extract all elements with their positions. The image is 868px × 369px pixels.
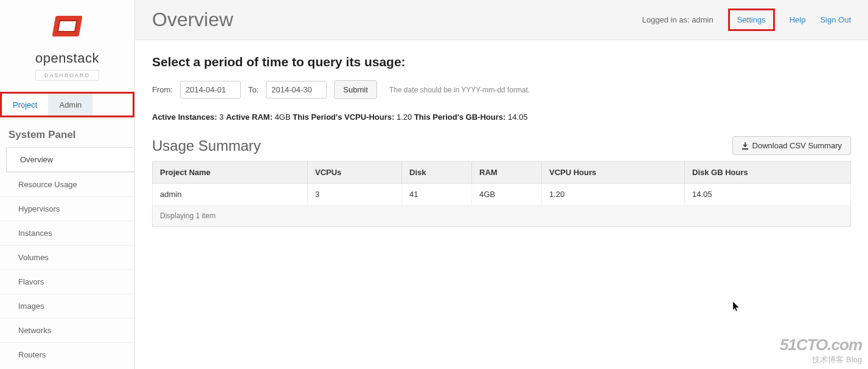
openstack-logo-icon <box>49 11 86 43</box>
vcpu-hours-value: 1.20 <box>397 112 412 122</box>
from-date-input[interactable] <box>180 81 241 98</box>
gb-hours-label: This Period's GB-Hours: <box>414 112 505 122</box>
sign-out-link[interactable]: Sign Out <box>820 15 851 24</box>
download-icon <box>741 142 749 150</box>
submit-button[interactable]: Submit <box>334 80 377 99</box>
active-instances-label: Active Instances: <box>152 112 217 122</box>
settings-link[interactable]: Settings <box>737 15 766 24</box>
col-project-name[interactable]: Project Name <box>153 162 308 184</box>
active-instances-value: 3 <box>220 112 224 122</box>
tab-admin[interactable]: Admin <box>48 94 92 116</box>
date-form: From: To: Submit The date should be in Y… <box>152 80 851 99</box>
col-vcpu-hours[interactable]: VCPU Hours <box>542 162 685 184</box>
nav-item-images[interactable]: Images <box>0 294 134 318</box>
current-user: admin <box>692 15 713 24</box>
tab-project[interactable]: Project <box>2 94 48 116</box>
gb-hours-value: 14.05 <box>508 112 528 122</box>
project-admin-tabs: Project Admin <box>0 92 134 117</box>
col-disk[interactable]: Disk <box>402 162 472 184</box>
main: Overview Logged in as: admin Settings He… <box>135 0 868 369</box>
content: Select a period of time to query its usa… <box>135 40 868 241</box>
panel-title: System Panel <box>0 117 134 147</box>
date-hint: The date should be in YYYY-mm-dd format. <box>389 86 530 94</box>
sidebar: openstack DASHBOARD Project Admin System… <box>0 0 135 369</box>
cell-disk: 41 <box>402 184 472 205</box>
table-footer: Displaying 1 item <box>152 205 851 227</box>
cell-ram: 4GB <box>472 184 542 205</box>
to-label: To: <box>248 85 259 94</box>
logged-in-label: Logged in as: admin <box>642 15 713 24</box>
active-ram-value: 4GB <box>275 112 291 122</box>
help-link[interactable]: Help <box>790 15 806 24</box>
usage-table: Project Name VCPUs Disk RAM VCPU Hours D… <box>152 161 851 205</box>
col-ram[interactable]: RAM <box>472 162 542 184</box>
col-disk-gb-hours[interactable]: Disk GB Hours <box>685 162 851 184</box>
download-csv-button[interactable]: Download CSV Summary <box>732 136 851 155</box>
nav-item-instances[interactable]: Instances <box>0 221 134 245</box>
nav-item-networks[interactable]: Networks <box>0 318 134 342</box>
nav-item-volumes[interactable]: Volumes <box>0 245 134 269</box>
nav-item-resource-usage[interactable]: Resource Usage <box>0 172 134 196</box>
summary-title: Usage Summary <box>152 137 261 154</box>
col-vcpus[interactable]: VCPUs <box>308 162 402 184</box>
cell-project: admin <box>153 184 308 205</box>
nav-item-flavors[interactable]: Flavors <box>0 269 134 294</box>
svg-rect-3 <box>742 148 748 150</box>
summary-header: Usage Summary Download CSV Summary <box>152 136 851 155</box>
table-header-row: Project Name VCPUs Disk RAM VCPU Hours D… <box>153 162 851 184</box>
svg-rect-1 <box>58 21 77 32</box>
nav-item-hypervisors[interactable]: Hypervisors <box>0 196 134 221</box>
cell-vcpus: 3 <box>308 184 402 205</box>
vcpu-hours-label: This Period's VCPU-Hours: <box>293 112 394 122</box>
page-title: Overview <box>152 9 233 31</box>
cell-vcpu-hours: 1.20 <box>542 184 685 205</box>
brand-block: openstack DASHBOARD <box>0 0 134 86</box>
table-row[interactable]: admin 3 41 4GB 1.20 14.05 <box>153 184 851 205</box>
settings-highlight: Settings <box>728 9 775 31</box>
cell-disk-gb-hours: 14.05 <box>685 184 851 205</box>
query-heading: Select a period of time to query its usa… <box>152 55 851 69</box>
download-csv-label: Download CSV Summary <box>752 141 842 150</box>
nav-item-overview[interactable]: Overview <box>6 147 134 172</box>
active-ram-label: Active RAM: <box>226 112 273 122</box>
topbar: Overview Logged in as: admin Settings He… <box>135 0 868 40</box>
brand-badge: DASHBOARD <box>35 70 99 81</box>
brand-name: openstack <box>6 50 128 66</box>
from-label: From: <box>152 85 173 94</box>
nav-item-routers[interactable]: Routers <box>0 342 134 367</box>
to-date-input[interactable] <box>266 81 327 98</box>
topbar-right: Logged in as: admin Settings Help Sign O… <box>642 9 851 31</box>
nav-list: Overview Resource Usage Hypervisors Inst… <box>0 147 134 367</box>
stats-line: Active Instances: 3 Active RAM: 4GB This… <box>152 112 851 122</box>
